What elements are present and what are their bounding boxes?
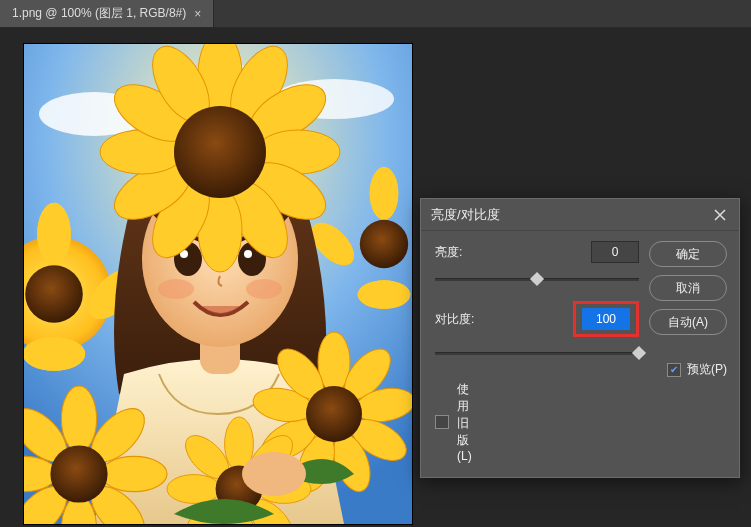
svg-point-60 xyxy=(167,475,221,504)
brightness-contrast-dialog: 亮度/对比度 亮度: 0 对比度: 100 xyxy=(420,198,740,478)
slider-thumb[interactable] xyxy=(530,272,544,286)
svg-point-26 xyxy=(246,279,282,299)
contrast-highlight: 100 xyxy=(573,301,639,337)
tab-title: 1.png @ 100% (图层 1, RGB/8#) xyxy=(12,5,186,22)
preview-checkbox[interactable] xyxy=(667,363,681,377)
slider-thumb[interactable] xyxy=(632,346,646,360)
legacy-checkbox[interactable] xyxy=(435,415,449,429)
document-tab[interactable]: 1.png @ 100% (图层 1, RGB/8#) × xyxy=(0,0,214,27)
svg-point-43 xyxy=(174,106,266,198)
svg-point-72 xyxy=(242,452,306,496)
dialog-title: 亮度/对比度 xyxy=(431,206,711,224)
svg-point-11 xyxy=(24,337,85,371)
brightness-label: 亮度: xyxy=(435,244,583,261)
svg-point-25 xyxy=(158,279,194,299)
cancel-button[interactable]: 取消 xyxy=(649,275,727,301)
auto-button[interactable]: 自动(A) xyxy=(649,309,727,335)
preview-label: 预览(P) xyxy=(687,361,727,378)
svg-point-30 xyxy=(244,250,252,258)
close-icon[interactable] xyxy=(711,206,729,224)
ok-button[interactable]: 确定 xyxy=(649,241,727,267)
svg-point-65 xyxy=(101,456,167,491)
dialog-titlebar[interactable]: 亮度/对比度 xyxy=(421,199,739,231)
contrast-input[interactable]: 100 xyxy=(582,308,630,330)
close-icon[interactable]: × xyxy=(194,7,201,21)
svg-point-20 xyxy=(358,280,411,309)
svg-point-63 xyxy=(61,386,96,452)
svg-point-22 xyxy=(360,220,408,268)
brightness-slider[interactable] xyxy=(435,273,639,291)
svg-point-9 xyxy=(37,203,71,265)
contrast-label: 对比度: xyxy=(435,311,565,328)
artwork-illustration xyxy=(24,44,412,524)
tab-bar: 1.png @ 100% (图层 1, RGB/8#) × xyxy=(0,0,751,28)
svg-point-18 xyxy=(370,167,399,220)
legacy-label: 使用旧版(L) xyxy=(457,381,472,463)
canvas-image[interactable] xyxy=(24,44,412,524)
contrast-slider[interactable] xyxy=(435,347,639,365)
svg-point-13 xyxy=(25,265,83,323)
slider-track xyxy=(435,352,639,355)
brightness-input[interactable]: 0 xyxy=(591,241,639,263)
workspace: 亮度/对比度 亮度: 0 对比度: 100 xyxy=(0,28,751,527)
svg-point-71 xyxy=(50,445,107,502)
svg-point-53 xyxy=(306,386,362,442)
